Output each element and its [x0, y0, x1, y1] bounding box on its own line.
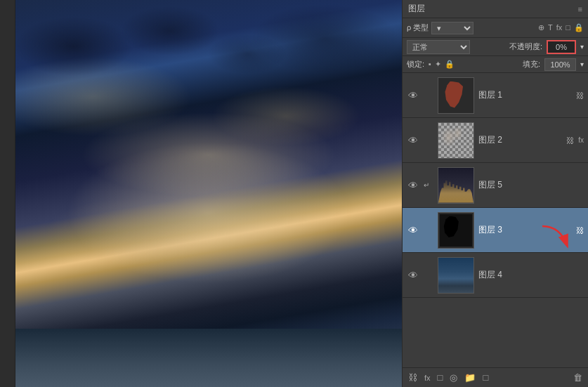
panel-menu-icon[interactable]: ≡: [578, 5, 582, 13]
link-layer-icon[interactable]: ⛓: [408, 372, 417, 383]
layer1-name: 图层 1: [478, 89, 572, 101]
fill-dropdown-arrow[interactable]: ▾: [580, 60, 584, 68]
canvas-image: [15, 0, 402, 387]
canvas-area: [15, 0, 402, 387]
search-label: ρ 类型: [407, 22, 429, 33]
blend-mode-row: 正常 不透明度: ▾: [403, 38, 588, 56]
fill-label: 填充:: [523, 59, 540, 70]
layer2-fx-icon: fx: [578, 136, 584, 144]
layer2-info: 图层 2: [478, 134, 562, 146]
lock-icons: ▪ ✦ 🔒: [429, 60, 455, 69]
layer1-thumbnail: [438, 77, 474, 114]
left-toolbar: [0, 0, 15, 387]
new-group-icon[interactable]: 📁: [464, 372, 476, 383]
lock-all-icon[interactable]: 🔒: [445, 60, 455, 69]
layer3-visibility-icon[interactable]: 👁: [407, 225, 419, 236]
delete-layer-icon[interactable]: 🗑: [573, 372, 582, 383]
layers-list: 👁 图层 1 ⛓ 👁 图层 2 ⛓ f: [403, 73, 588, 367]
opacity-dropdown-arrow[interactable]: ▾: [580, 43, 584, 51]
layer4-visibility-icon[interactable]: 👁: [407, 270, 419, 281]
add-fx-icon[interactable]: fx: [424, 374, 431, 382]
new-layer-icon[interactable]: □: [483, 372, 488, 383]
layer-item-layer2[interactable]: 👁 图层 2 ⛓ fx: [403, 118, 588, 163]
add-adjustment-icon[interactable]: ⊕: [538, 23, 544, 32]
lock-position-icon[interactable]: ✦: [435, 60, 441, 69]
lock-pixels-icon[interactable]: ▪: [429, 60, 431, 69]
layer5-thumbnail: [438, 167, 474, 204]
opacity-input[interactable]: [547, 40, 576, 54]
layer3-link-icon: ⛓: [576, 226, 584, 235]
add-adjustment-footer-icon[interactable]: ◎: [450, 372, 457, 383]
type-icon[interactable]: T: [548, 23, 553, 32]
layer4-info: 图层 4: [478, 269, 580, 281]
layer1-actions: ⛓: [576, 91, 584, 100]
layer4-name: 图层 4: [478, 269, 580, 281]
lock-row: 锁定: ▪ ✦ 🔒 填充: ▾: [403, 56, 588, 73]
lock-icon-search[interactable]: 🔒: [574, 23, 584, 32]
fill-input[interactable]: [544, 58, 576, 71]
layer3-name: 图层 3: [478, 224, 572, 236]
cloud-dark: [15, 0, 402, 155]
layer3-actions: ⛓: [576, 226, 584, 235]
layer-item-layer4[interactable]: 👁 图层 4: [403, 253, 588, 298]
layer2-name: 图层 2: [478, 134, 562, 146]
fx-icon[interactable]: fx: [556, 23, 563, 32]
layer-item-layer3[interactable]: 👁 图层 3 ⛓: [403, 208, 588, 253]
add-mask-icon[interactable]: □: [438, 372, 443, 383]
layer3-thumbnail: [438, 212, 474, 249]
layer2-link-icon: ⛓: [566, 136, 574, 145]
layer2-actions: ⛓ fx: [566, 136, 584, 145]
layer2-visibility-icon[interactable]: 👁: [407, 135, 419, 146]
search-icons: ⊕ T fx □ 🔒: [538, 23, 584, 32]
layer3-info: 图层 3: [478, 224, 572, 236]
panel-title: 图层: [408, 3, 425, 15]
blend-mode-select[interactable]: 正常: [407, 40, 470, 54]
shape-icon[interactable]: □: [566, 23, 570, 32]
layer5-indent: ↵: [424, 181, 433, 189]
layers-panel: 图层 ≡ ρ 类型 ▾ ⊕ T fx □ 🔒 正常 不透明度: ▾: [402, 0, 588, 387]
layer1-link-icon: ⛓: [576, 91, 584, 100]
layer5-visibility-icon[interactable]: 👁: [407, 180, 419, 191]
layer1-info: 图层 1: [478, 89, 572, 101]
lock-label: 锁定:: [407, 59, 424, 70]
layer5-name: 图层 5: [478, 179, 580, 191]
opacity-label: 不透明度:: [509, 41, 542, 52]
search-bar: ρ 类型 ▾ ⊕ T fx □ 🔒: [403, 18, 588, 38]
water-area: [15, 329, 402, 387]
search-dropdown[interactable]: ▾: [431, 22, 473, 34]
layer1-visibility-icon[interactable]: 👁: [407, 90, 419, 101]
panel-footer: ⛓ fx □ ◎ 📁 □ 🗑: [403, 367, 588, 387]
layer4-thumbnail: [438, 257, 474, 294]
layer2-thumbnail: [438, 122, 474, 159]
panel-header: 图层 ≡: [403, 0, 588, 18]
layer-item-layer1[interactable]: 👁 图层 1 ⛓: [403, 73, 588, 118]
layer5-info: 图层 5: [478, 179, 580, 191]
layer-item-layer5[interactable]: 👁 ↵ 图层 5: [403, 163, 588, 208]
